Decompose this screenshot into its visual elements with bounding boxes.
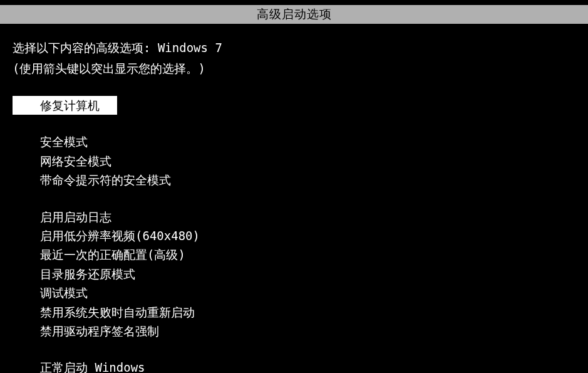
option-safe-mode-networking[interactable]: 网络安全模式 [13,152,575,171]
title-bar: 高级启动选项 [0,5,588,24]
option-repair-computer[interactable]: 修复计算机 [13,96,117,115]
option-disable-driver-sig[interactable]: 禁用驱动程序签名强制 [13,322,575,340]
prompt-line-2: (使用箭头键以突出显示您的选择。) [13,60,575,78]
option-low-res-video[interactable]: 启用低分辨率视频(640x480) [13,226,575,245]
option-disable-auto-restart[interactable]: 禁用系统失败时自动重新启动 [13,303,575,322]
content-area: 选择以下内容的高级选项: Windows 7 (使用箭头键以突出显示您的选择。)… [0,24,588,373]
option-debug-mode[interactable]: 调试模式 [13,283,575,302]
title-text: 高级启动选项 [257,7,332,21]
option-start-windows-normally[interactable]: 正常启动 Windows [13,358,575,373]
prompt-line-1: 选择以下内容的高级选项: Windows 7 [13,39,575,57]
options-list: 修复计算机 安全模式 网络安全模式 带命令提示符的安全模式 启用启动日志 启用低… [13,96,575,373]
option-safe-mode[interactable]: 安全模式 [13,132,575,151]
option-enable-boot-logging[interactable]: 启用启动日志 [13,208,575,226]
option-ds-restore-mode[interactable]: 目录服务还原模式 [13,265,575,283]
option-safe-mode-cmd[interactable]: 带命令提示符的安全模式 [13,171,575,189]
option-last-known-good[interactable]: 最近一次的正确配置(高级) [13,245,575,264]
